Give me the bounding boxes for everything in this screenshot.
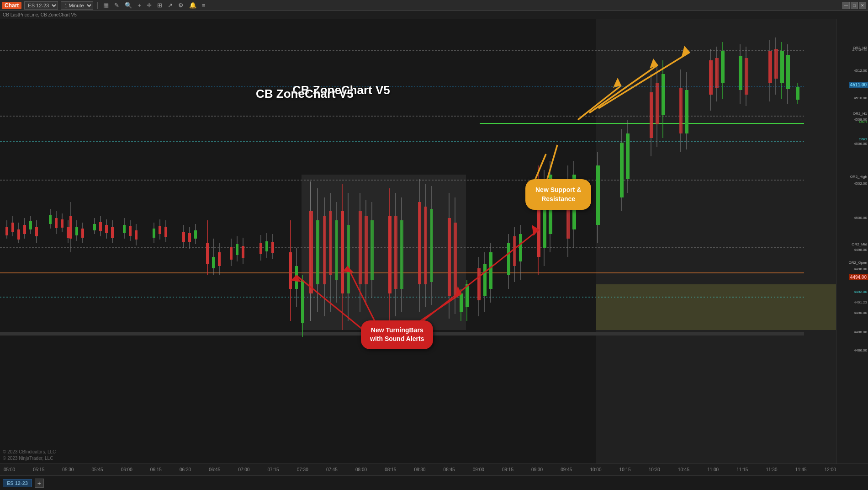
bar-chart-icon[interactable]: ▦ <box>102 2 110 9</box>
svg-rect-53 <box>153 229 155 238</box>
time-1145: 11:45 <box>795 467 807 472</box>
price-4486: 4486.00 <box>854 348 867 352</box>
ono-label: ONO <box>859 137 867 141</box>
svg-rect-183 <box>786 55 790 89</box>
svg-rect-87 <box>301 280 304 323</box>
time-0715: 07:15 <box>268 467 279 472</box>
maximize-button[interactable]: □ <box>851 2 858 9</box>
subtitle-bar: CB LastPriceLine, CB ZoneChart V5 <box>0 11 868 19</box>
time-0915: 09:15 <box>502 467 513 472</box>
svg-rect-109 <box>388 216 392 293</box>
svg-rect-75 <box>242 246 244 258</box>
svg-rect-129 <box>477 268 481 300</box>
instrument-tab-label: ES 12-23 <box>7 480 28 486</box>
svg-rect-19 <box>23 225 26 234</box>
svg-rect-51 <box>135 230 138 240</box>
instrument-select[interactable]: ES 12-23 <box>24 1 58 10</box>
copyright-line2: © 2023 NinjaTrader, LLC <box>3 455 56 462</box>
svg-rect-65 <box>206 243 209 264</box>
svg-rect-63 <box>194 230 197 239</box>
price-4491: 4491.23 <box>854 300 867 304</box>
time-0545: 05:45 <box>92 467 103 472</box>
time-0800: 08:00 <box>355 467 367 472</box>
svg-rect-2 <box>596 284 836 330</box>
time-1130: 11:30 <box>766 467 777 472</box>
svg-rect-23 <box>35 227 38 236</box>
svg-rect-61 <box>188 233 191 242</box>
indicator-icon[interactable]: ↗ <box>166 2 174 9</box>
svg-rect-105 <box>365 216 368 284</box>
time-0830: 08:30 <box>414 467 425 472</box>
svg-rect-97 <box>335 220 338 280</box>
add-tab-button[interactable]: + <box>35 479 44 488</box>
svg-rect-33 <box>69 216 72 239</box>
svg-rect-43 <box>105 225 108 233</box>
time-0630: 06:30 <box>180 467 191 472</box>
svg-rect-57 <box>164 227 167 237</box>
svg-rect-119 <box>430 209 433 282</box>
price-4512: 4512.00 <box>854 69 867 73</box>
copyright-line1: © 2023 CBIndicators, LLC <box>3 449 56 455</box>
svg-rect-79 <box>265 241 268 251</box>
svg-rect-161 <box>662 74 665 115</box>
svg-rect-115 <box>418 202 421 284</box>
bottom-bar: ES 12-23 + <box>0 475 868 490</box>
minimize-button[interactable]: — <box>842 2 850 9</box>
alert-icon[interactable]: 🔔 <box>188 2 198 9</box>
time-1200: 12:00 <box>825 467 836 472</box>
svg-rect-153 <box>620 143 624 197</box>
svg-rect-157 <box>650 92 653 138</box>
svg-rect-103 <box>359 211 362 284</box>
time-0600: 06:00 <box>121 467 132 472</box>
time-1030: 10:30 <box>649 467 660 472</box>
time-1115: 11:15 <box>736 467 748 472</box>
svg-rect-45 <box>111 227 114 238</box>
svg-rect-177 <box>768 51 772 83</box>
svg-rect-151 <box>596 165 600 225</box>
svg-rect-133 <box>489 252 492 289</box>
svg-rect-169 <box>715 58 719 88</box>
support-resistance-text: New Support & Resistance <box>535 186 581 202</box>
zoom-out-icon[interactable]: 🔍 <box>123 2 133 9</box>
time-1015: 10:15 <box>619 467 631 472</box>
svg-rect-163 <box>679 88 683 133</box>
price-4498: 4498.00 <box>854 248 867 252</box>
time-0615: 06:15 <box>150 467 162 472</box>
turning-bars-bubble: New TurningBars with Sound Alerts <box>361 320 433 349</box>
svg-rect-41 <box>99 222 102 231</box>
svg-rect-131 <box>483 264 487 296</box>
zoom-in-icon[interactable]: + <box>136 2 143 9</box>
or2-h1-label-price: OR2_H1 <box>853 112 867 116</box>
svg-rect-93 <box>323 216 326 284</box>
copyright: © 2023 CBIndicators, LLC © 2023 NinjaTra… <box>3 449 56 462</box>
svg-rect-159 <box>656 83 659 124</box>
subtitle-text: CB LastPriceLine, CB ZoneChart V5 <box>3 12 77 17</box>
price-4492: 4492.00 <box>854 290 867 294</box>
svg-rect-113 <box>400 220 403 289</box>
time-0945: 09:45 <box>561 467 572 472</box>
chart-container: CB ZoneChart V5 New TurningBars with Sou… <box>0 19 868 463</box>
svg-rect-95 <box>329 211 332 275</box>
svg-rect-27 <box>55 218 58 228</box>
close-button[interactable]: ✕ <box>859 2 866 9</box>
draw-icon[interactable]: ✎ <box>113 2 121 9</box>
crosshair-icon[interactable]: ✛ <box>145 2 153 9</box>
svg-rect-167 <box>709 60 713 95</box>
price-axis: OR2_H2 4514.00 4512.00 4511.00 4510.00 O… <box>836 19 868 463</box>
svg-rect-101 <box>347 225 350 293</box>
time-1100: 11:00 <box>707 467 719 472</box>
instrument-tab[interactable]: ES 12-23 <box>3 479 32 487</box>
svg-rect-39 <box>93 224 96 230</box>
svg-rect-13 <box>5 227 8 235</box>
add-icon: + <box>37 479 41 487</box>
svg-rect-17 <box>17 229 20 240</box>
toolbar-sep-1 <box>97 2 98 9</box>
timeframe-select[interactable]: 1 Minute <box>61 1 93 10</box>
svg-rect-107 <box>370 220 374 280</box>
settings-icon[interactable]: ≡ <box>201 2 207 9</box>
chart-label: Chart <box>2 2 21 9</box>
time-0500: 05:00 <box>4 467 15 472</box>
time-0730: 07:30 <box>297 467 308 472</box>
strategy-icon[interactable]: ⚙ <box>177 2 185 9</box>
template-icon[interactable]: ⊞ <box>156 2 164 9</box>
